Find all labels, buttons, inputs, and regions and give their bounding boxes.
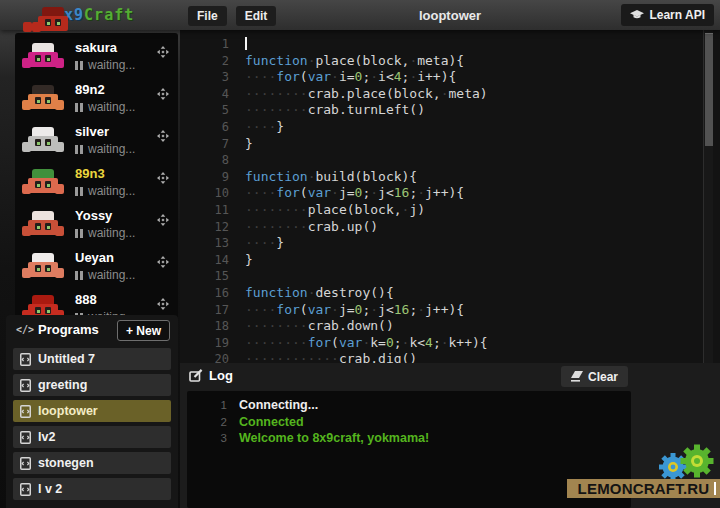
graduation-cap-icon <box>630 10 644 20</box>
line-number: 1 <box>180 36 238 53</box>
watermark-text: LEMONCRAFT.RU <box>578 480 710 497</box>
move-icon[interactable] <box>157 298 169 310</box>
code-line[interactable]: 9function·build(block){ <box>180 169 704 186</box>
code-text: ········crab.down() <box>245 318 394 335</box>
player-list-item[interactable]: 89n3 waiting... <box>15 163 178 205</box>
gears-icon <box>652 444 718 484</box>
move-icon[interactable] <box>157 172 169 184</box>
code-text: ········place(block,·j) <box>245 202 425 219</box>
program-list-item[interactable]: looptower <box>13 400 171 422</box>
code-line[interactable]: 11········place(block,·j) <box>180 202 704 219</box>
line-number: 2 <box>180 53 238 70</box>
code-file-icon <box>20 379 31 392</box>
code-line[interactable]: 13····} <box>180 235 704 252</box>
log-entry: 2Connected <box>187 414 631 431</box>
code-line[interactable]: 18········crab.down() <box>180 318 704 335</box>
code-text: } <box>245 136 253 153</box>
code-text: ············crab.dig() <box>245 351 417 363</box>
program-name: greeting <box>38 378 87 392</box>
menu-edit[interactable]: Edit <box>236 6 277 26</box>
move-icon[interactable] <box>157 88 169 100</box>
player-status: waiting... <box>75 58 135 72</box>
program-list-item[interactable]: Untitled 7 <box>13 348 171 370</box>
code-line[interactable]: 2function·place(block,·meta){ <box>180 53 704 70</box>
player-list-item[interactable]: 89n2 waiting... <box>15 79 178 121</box>
player-name: Yossy <box>75 208 112 223</box>
code-line[interactable]: 1 <box>180 36 704 53</box>
code-line[interactable]: 12········crab.up() <box>180 219 704 236</box>
code-line[interactable]: 8 <box>180 152 704 169</box>
line-number: 5 <box>180 102 238 119</box>
player-status-text: waiting... <box>88 226 135 240</box>
page-title: looptower <box>419 8 481 23</box>
pause-icon <box>75 229 83 238</box>
crab-logo-icon <box>32 7 54 23</box>
code-file-icon <box>20 405 31 418</box>
editor-scrollbar-thumb[interactable] <box>705 33 713 146</box>
code-line[interactable]: 5········crab.turnLeft() <box>180 102 704 119</box>
text-cursor <box>714 482 716 495</box>
line-number: 12 <box>180 219 238 236</box>
code-line[interactable]: 4········crab.place(block,·meta) <box>180 86 704 103</box>
line-number: 16 <box>180 285 238 302</box>
sidebar: sakura waiting... 89n2 waiting... <box>0 30 180 508</box>
code-line[interactable]: 7} <box>180 136 704 153</box>
player-list-item[interactable]: 888 waiting... <box>15 289 178 318</box>
pause-icon <box>75 61 83 70</box>
code-line[interactable]: 17····for(var·j=0;·j<16;·j++){ <box>180 302 704 319</box>
move-icon[interactable] <box>157 256 169 268</box>
line-number: 14 <box>180 252 238 269</box>
line-number: 7 <box>180 136 238 153</box>
program-name: lv2 <box>38 430 55 444</box>
code-file-icon <box>20 431 31 444</box>
code-line[interactable]: 6····} <box>180 119 704 136</box>
player-name: silver <box>75 124 109 139</box>
crab-avatar <box>22 43 64 71</box>
menu-bar: FileEdit <box>188 6 276 26</box>
crab-avatar <box>22 169 64 197</box>
learn-api-button[interactable]: Learn API <box>621 4 714 26</box>
editor-scrollbar-track[interactable] <box>703 30 713 363</box>
code-line[interactable]: 16function·destroy(){ <box>180 285 704 302</box>
program-list-item[interactable]: stonegen <box>13 452 171 474</box>
code-line[interactable]: 15 <box>180 268 704 285</box>
code-line[interactable]: 10····for(var·j=0;·j<16;·j++){ <box>180 185 704 202</box>
player-status-text: waiting... <box>88 100 135 114</box>
code-line[interactable]: 20············crab.dig() <box>180 351 704 363</box>
app-window: 8x9Craft FileEdit looptower Learn API sa… <box>0 0 720 508</box>
clear-log-button[interactable]: Clear <box>561 366 628 387</box>
player-name: 89n3 <box>75 166 105 181</box>
code-text: ········crab.turnLeft() <box>245 102 425 119</box>
player-status-text: waiting... <box>88 184 135 198</box>
code-line[interactable]: 14} <box>180 252 704 269</box>
line-number: 4 <box>180 86 238 103</box>
program-list-item[interactable]: greeting <box>13 374 171 396</box>
code-line[interactable]: 19········for(var·k=0;·k<4;·k++){ <box>180 335 704 352</box>
program-list-item[interactable]: l v 2 <box>13 478 171 500</box>
move-icon[interactable] <box>157 46 169 58</box>
line-number: 18 <box>180 318 238 335</box>
gear-icon-blue <box>659 453 687 481</box>
code-editor[interactable]: 12function·place(block,·meta){3····for(v… <box>180 30 720 363</box>
code-text: ····} <box>245 119 284 136</box>
new-program-button[interactable]: + New <box>117 320 170 341</box>
menu-file[interactable]: File <box>188 6 227 26</box>
log-entry: 3Welcome to 8x9craft, yokmama! <box>187 430 631 447</box>
move-icon[interactable] <box>157 130 169 142</box>
player-list-item[interactable]: Yossy waiting... <box>15 205 178 247</box>
program-name: l v 2 <box>38 482 62 496</box>
gear-icon-green <box>681 445 714 478</box>
move-icon[interactable] <box>157 214 169 226</box>
log-entry-text: Welcome to 8x9craft, yokmama! <box>239 430 429 447</box>
program-list-item[interactable]: lv2 <box>13 426 171 448</box>
player-list-item[interactable]: Ueyan waiting... <box>15 247 178 289</box>
code-line[interactable]: 3····for(var·i=0;·i<4;·i++){ <box>180 69 704 86</box>
code-text: function·build(block){ <box>245 169 417 186</box>
player-list-item[interactable]: sakura waiting... <box>15 37 178 79</box>
player-name: sakura <box>75 40 117 55</box>
player-list-item[interactable]: silver waiting... <box>15 121 178 163</box>
line-number: 15 <box>180 268 238 285</box>
line-number: 9 <box>180 169 238 186</box>
code-text: ········crab.up() <box>245 219 378 236</box>
learn-api-label: Learn API <box>649 8 705 22</box>
